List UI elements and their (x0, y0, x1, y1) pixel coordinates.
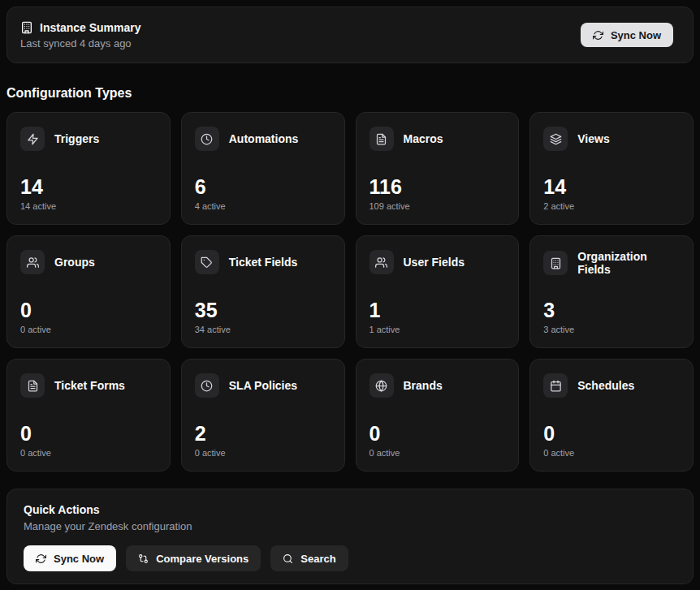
card-active-count: 0 active (195, 448, 331, 458)
card-active-count: 0 active (369, 448, 506, 458)
card-count: 6 (195, 176, 331, 197)
config-type-card-groups[interactable]: Groups 0 0 active (6, 235, 171, 348)
instance-summary-panel: Instance Summary Last synced 4 days ago … (6, 6, 694, 63)
users-icon (20, 250, 45, 274)
zap-icon (20, 127, 45, 151)
quick-actions-title: Quick Actions (24, 503, 676, 516)
card-label: User Fields (404, 256, 465, 269)
config-type-card-brands[interactable]: Brands 0 0 active (356, 359, 520, 472)
search-button[interactable]: Search (270, 545, 348, 571)
card-label: Triggers (54, 132, 99, 145)
config-type-card-sla-policies[interactable]: SLA Policies 2 0 active (181, 359, 345, 472)
card-label: Ticket Forms (54, 379, 125, 392)
tag-icon (195, 250, 219, 274)
globe-icon (369, 373, 394, 398)
button-label: Sync Now (54, 553, 104, 565)
config-type-card-ticket-forms[interactable]: Ticket Forms 0 0 active (6, 359, 171, 472)
file-text-icon (20, 373, 45, 398)
config-type-card-schedules[interactable]: Schedules 0 0 active (529, 359, 694, 472)
file-text-icon (369, 127, 394, 151)
layers-icon (543, 127, 568, 151)
config-type-card-user-fields[interactable]: User Fields 1 1 active (356, 235, 520, 348)
config-types-grid: Triggers 14 14 active Automations 6 4 ac… (6, 112, 694, 472)
card-label: SLA Policies (229, 379, 297, 392)
users-icon (369, 250, 394, 274)
calendar-icon (543, 373, 568, 398)
card-active-count: 0 active (20, 325, 157, 334)
card-active-count: 0 active (543, 448, 680, 458)
quick-actions-panel: Quick Actions Manage your Zendesk config… (6, 489, 694, 584)
card-label: Automations (229, 132, 299, 145)
sync-now-button[interactable]: Sync Now (24, 545, 116, 571)
clock-icon (195, 127, 219, 151)
instance-summary-title: Instance Summary (40, 21, 141, 34)
button-label: Search (300, 553, 335, 565)
refresh-icon (36, 553, 46, 564)
card-count: 0 (20, 299, 157, 321)
card-count: 14 (543, 176, 680, 197)
configuration-types-heading: Configuration Types (6, 86, 694, 101)
refresh-icon (593, 30, 603, 41)
card-label: Organization Fields (577, 250, 680, 276)
card-count: 0 (543, 423, 680, 444)
card-count: 1 (369, 299, 506, 321)
card-count: 14 (20, 176, 157, 197)
card-label: Groups (54, 256, 95, 269)
config-type-card-triggers[interactable]: Triggers 14 14 active (6, 112, 171, 225)
card-active-count: 109 active (369, 201, 506, 211)
instance-summary-info: Instance Summary Last synced 4 days ago (20, 21, 141, 50)
quick-actions-buttons: Sync NowCompare VersionsSearch (24, 545, 676, 571)
config-type-card-views[interactable]: Views 14 2 active (529, 112, 694, 225)
search-icon (283, 553, 293, 564)
card-label: Macros (404, 132, 443, 145)
card-label: Ticket Fields (229, 256, 298, 269)
clock-icon (195, 373, 219, 398)
card-active-count: 14 active (20, 201, 157, 211)
card-active-count: 34 active (195, 325, 331, 334)
sync-now-button[interactable]: Sync Now (581, 23, 673, 47)
building-icon (543, 251, 568, 275)
card-count: 35 (195, 299, 331, 321)
card-count: 0 (20, 423, 157, 444)
config-type-card-automations[interactable]: Automations 6 4 active (181, 112, 345, 225)
card-active-count: 2 active (543, 201, 680, 211)
button-label: Compare Versions (156, 553, 248, 565)
sync-now-button-label: Sync Now (611, 29, 661, 41)
compare-versions-button[interactable]: Compare Versions (126, 545, 261, 571)
config-type-card-macros[interactable]: Macros 116 109 active (356, 112, 520, 225)
zendesk-config-dashboard: Instance Summary Last synced 4 days ago … (6, 6, 694, 584)
card-count: 0 (369, 423, 506, 444)
last-synced-text: Last synced 4 days ago (20, 37, 141, 50)
git-compare-icon (138, 553, 149, 564)
card-active-count: 4 active (195, 201, 331, 211)
card-count: 2 (195, 423, 331, 444)
building-icon (20, 21, 33, 34)
card-count: 116 (369, 176, 506, 197)
config-type-card-organization-fields[interactable]: Organization Fields 3 3 active (529, 235, 694, 348)
card-label: Views (577, 132, 609, 145)
card-count: 3 (543, 299, 680, 321)
quick-actions-subtitle: Manage your Zendesk configuration (24, 520, 676, 532)
card-active-count: 1 active (369, 325, 506, 334)
config-type-card-ticket-fields[interactable]: Ticket Fields 35 34 active (181, 235, 345, 348)
card-label: Brands (404, 379, 443, 392)
card-active-count: 0 active (20, 448, 157, 458)
card-active-count: 3 active (543, 325, 680, 334)
card-label: Schedules (577, 379, 634, 392)
